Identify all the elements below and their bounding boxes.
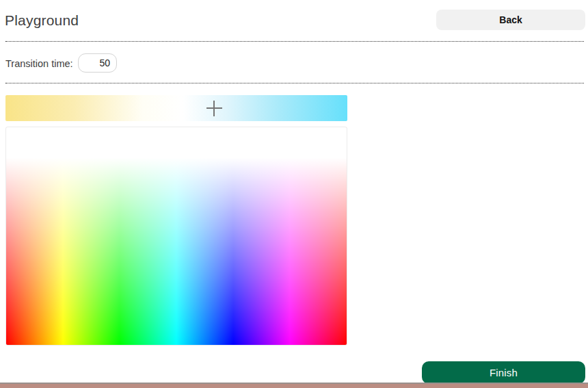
- playground-screen: Playground Back Transition time: Finish: [0, 0, 588, 388]
- saturation-value-panel[interactable]: [5, 127, 347, 346]
- plus-cursor-icon[interactable]: [206, 101, 222, 116]
- hue-gradient-bar[interactable]: [5, 95, 347, 121]
- transition-time-input[interactable]: [78, 53, 117, 73]
- page-title: Playground: [5, 12, 79, 29]
- bottom-accent-bar: [0, 383, 588, 388]
- finish-button[interactable]: Finish: [422, 361, 585, 384]
- divider-settings: [5, 83, 584, 83]
- back-button[interactable]: Back: [436, 10, 585, 30]
- transition-time-label: Transition time:: [5, 58, 73, 69]
- divider-top: [5, 41, 584, 42]
